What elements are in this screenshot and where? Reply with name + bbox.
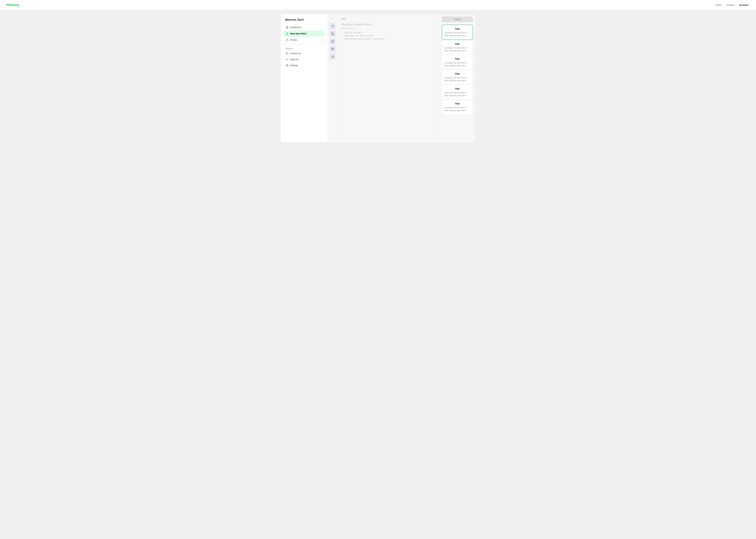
- content-area: ‹: [328, 14, 475, 142]
- lightbulb-icon: [331, 25, 334, 28]
- copy-icon: [331, 33, 334, 35]
- chevron-down-icon: ▾: [749, 4, 750, 6]
- pitches-icon: [286, 38, 289, 41]
- pitches-label: Pitches: [290, 38, 297, 41]
- sidebar-item-pitches[interactable]: Pitches 0: [284, 37, 324, 43]
- submit-button[interactable]: Submit: [442, 17, 473, 22]
- bullet-2: What was your "aha" moment?: [344, 35, 435, 37]
- card-title-1: Title: [445, 42, 470, 45]
- check-circle-icon: [331, 40, 334, 43]
- logo: Pitchery: [6, 3, 19, 7]
- delete-button[interactable]: [329, 46, 336, 52]
- response-card-5[interactable]: Title Summary, first few lines of their …: [442, 100, 473, 115]
- sidebar-item-dashboard[interactable]: Dashboard: [284, 24, 324, 30]
- sidebar-item-settings[interactable]: Settings: [284, 62, 324, 68]
- contact-us-label: Contact Us: [290, 52, 301, 55]
- card-title-4: Title: [445, 87, 470, 90]
- nav-links: Home Contact Account ▾: [715, 4, 750, 6]
- card-summary-0: Summary, first few lines of their respon…: [445, 32, 470, 37]
- sidebar: Welcome, April! Dashboard Start New Pitc…: [281, 14, 328, 142]
- settings-label: Settings: [290, 64, 298, 67]
- settings-icon: [286, 64, 289, 67]
- main-container: Welcome, April! Dashboard Start New Pitc…: [281, 14, 475, 143]
- response-card-1[interactable]: Title Summary, first few lines of their …: [442, 40, 473, 55]
- sidebar-item-contact-us[interactable]: Contact Us: [284, 50, 324, 56]
- card-summary-5: Summary, first few lines of their respon…: [445, 106, 470, 112]
- word-limit: (500 words max): [341, 27, 435, 30]
- svg-rect-1: [287, 27, 288, 27]
- cards-container: Title Summary, first few lines of their …: [442, 25, 473, 115]
- edit-icon: [286, 32, 289, 35]
- card-title-5: Title: [445, 102, 470, 105]
- card-summary-1: Summary, first few lines of their respon…: [445, 46, 470, 52]
- contact-link[interactable]: Contact: [726, 4, 734, 6]
- prompt-bullets: Why did you start? What was your "aha" m…: [341, 31, 435, 40]
- check-button[interactable]: [329, 38, 336, 44]
- bullet-1: Why did you start?: [344, 31, 435, 34]
- copy-button[interactable]: [329, 31, 336, 37]
- card-summary-2: Summary, first few lines of their respon…: [445, 61, 470, 67]
- card-summary-4: Summary, first few lines of their respon…: [445, 91, 470, 97]
- svg-rect-6: [332, 34, 334, 35]
- back-button[interactable]: ‹: [330, 17, 334, 21]
- welcome-text: Welcome, April!: [284, 18, 324, 21]
- editor-area: Pitch My story began when... (500 words …: [337, 14, 439, 142]
- right-panel: Submit Title Summary, first few lines of…: [439, 14, 475, 142]
- trash-icon: [331, 47, 334, 50]
- sign-out-icon: [286, 58, 289, 61]
- svg-rect-3: [287, 28, 288, 28]
- support-label: Support: [284, 46, 324, 50]
- account-label: Account: [739, 4, 748, 6]
- topnav: Pitchery Home Contact Account ▾: [0, 0, 756, 10]
- pitches-badge: 0: [321, 39, 323, 41]
- dashboard-icon: [286, 26, 289, 29]
- account-menu[interactable]: Account ▾: [739, 4, 750, 6]
- sidebar-item-sign-out[interactable]: Sign Out: [284, 56, 324, 62]
- sign-out-label: Sign Out: [290, 58, 298, 61]
- card-title-3: Title: [445, 72, 470, 75]
- card-title-2: Title: [445, 57, 470, 60]
- pitch-label: Pitch: [341, 18, 435, 20]
- response-card-2[interactable]: Title Summary, first few lines of their …: [442, 55, 473, 70]
- card-summary-3: Summary, first few lines of their respon…: [445, 76, 470, 82]
- dashboard-label: Dashboard: [290, 26, 301, 29]
- bullet-3: What problem did you see or experience?: [344, 38, 435, 40]
- story-prompt: My story began when... (500 words max) W…: [341, 23, 435, 41]
- prompt-title[interactable]: My story began when...: [341, 23, 435, 26]
- response-card-3[interactable]: Title Summary, first few lines of their …: [442, 70, 473, 85]
- sidebar-item-start-new-pitch[interactable]: Start New Pitch: [284, 31, 324, 37]
- download-icon: [331, 55, 334, 58]
- mail-icon: [286, 52, 289, 55]
- sidebar-nav: Dashboard Start New Pitch Pitches 0: [284, 24, 324, 43]
- download-button[interactable]: [329, 53, 336, 59]
- card-title-0: Title: [445, 28, 470, 30]
- svg-rect-0: [286, 27, 287, 27]
- svg-point-5: [287, 65, 288, 66]
- response-card-4[interactable]: Title Summary, first few lines of their …: [442, 85, 473, 100]
- toolbar: ‹: [328, 14, 337, 142]
- svg-rect-2: [286, 28, 287, 28]
- home-link[interactable]: Home: [715, 4, 721, 6]
- lightbulb-button[interactable]: [329, 23, 336, 30]
- start-new-pitch-label: Start New Pitch: [290, 33, 306, 35]
- response-card-0[interactable]: Title Summary, first few lines of their …: [442, 25, 473, 40]
